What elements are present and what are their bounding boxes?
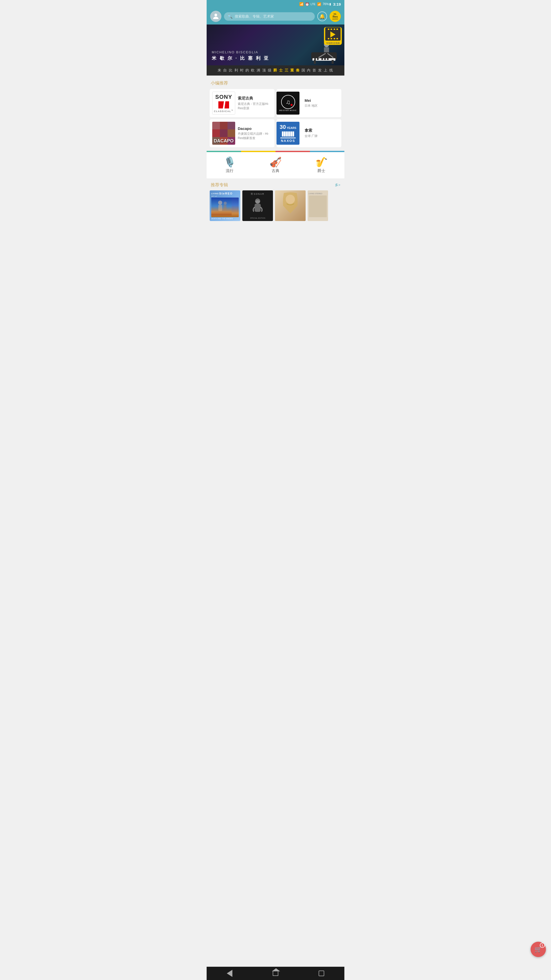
jazz-label: 爵士	[318, 169, 325, 173]
svg-rect-17	[218, 205, 222, 211]
ls-logo-bar: LIVING SteREO	[211, 192, 239, 195]
svg-point-15	[218, 200, 222, 205]
naxos-name: NAXOS	[281, 139, 295, 143]
alarm-icon: ⏰	[305, 2, 309, 6]
meister-card[interactable]: ♫ MEISTER MUSIC Mei 日本 地区	[276, 89, 341, 117]
naxos-card-desc: 全球 厂牌	[305, 134, 339, 138]
ls-stereo-text: SteREO	[219, 192, 233, 195]
svg-point-0	[214, 14, 218, 16]
classical-text: CLASSICAL™	[214, 110, 233, 113]
album-4[interactable]: LIVING STEREO	[308, 190, 328, 221]
video-label: 专辑附送视频	[326, 41, 340, 45]
meister-text: MEISTER MUSIC	[279, 110, 297, 111]
cards-grid: SONY CLASSICAL™ 索尼古典 索尼古典 - 官方正版Hi-Res音源…	[206, 89, 345, 147]
banner-text: MICHELINO BISCEGLIA 米 歇 尔 · 比 塞 利 亚	[212, 50, 269, 61]
meister-logo: ♫ MEISTER MUSIC	[276, 92, 300, 115]
notification-button[interactable]: 🔔	[318, 11, 327, 21]
rec-header: 推荐专辑 多>	[206, 182, 345, 190]
flag-piece-1	[218, 101, 224, 108]
album-living-stereo[interactable]: LIVING SteREO VET a A	[210, 190, 240, 221]
svg-rect-10	[314, 60, 316, 64]
clock-display: 3:19	[333, 2, 341, 6]
naxos-col-5	[289, 131, 291, 137]
album-4-artwork: LIVING STEREO	[308, 190, 328, 221]
search-input[interactable]	[235, 14, 311, 18]
artist-name-cn: 米 歇 尔 · 比 塞 利 亚	[212, 55, 269, 61]
svg-rect-6	[317, 58, 319, 60]
user-avatar[interactable]	[210, 11, 221, 22]
ls-artwork	[211, 197, 239, 217]
rec-more[interactable]: 多>	[335, 183, 340, 187]
naxos-col-1	[282, 131, 283, 137]
battery-indicator: 76% ▮	[323, 2, 331, 6]
color-seg-2	[241, 151, 275, 152]
svg-rect-7	[321, 58, 323, 60]
svg-rect-20	[254, 204, 261, 212]
bell-icon: 🔔	[319, 14, 325, 19]
naxos-card-info: 拿索 全球 厂牌	[302, 126, 341, 141]
hires-badge[interactable]: Hi- Res AUDIO	[330, 11, 341, 22]
ls-living-text: LIVING	[211, 192, 219, 194]
jazz-icon: 🎷	[316, 157, 327, 167]
naxos-col-7	[292, 131, 294, 137]
sony-card[interactable]: SONY CLASSICAL™ 索尼古典 索尼古典 - 官方正版Hi-Res音源	[210, 89, 275, 117]
genre-jazz[interactable]: 🎷 爵士	[316, 157, 327, 173]
video-icon-box[interactable]: 专辑附送视频	[324, 27, 342, 45]
living-stereo-artwork: LIVING SteREO VET a A	[210, 190, 240, 221]
sonar-artwork: 宵SONAR SPECIAL EDITION	[242, 190, 273, 221]
ls-labels: VET a A	[211, 196, 239, 197]
banner-subtitle: 来 自 比 利 时 的 欧 洲 顶 级 爵 士 三 重 奏 国 内 首 发 上 …	[206, 65, 345, 76]
sonar-sublabel: SPECIAL EDITION	[250, 217, 265, 219]
svg-rect-9	[327, 58, 329, 60]
bluetooth-icon: 📶	[299, 2, 303, 6]
meister-card-title: Mei	[305, 98, 339, 103]
naxos-col-2	[284, 131, 285, 137]
subtitle-text-2: 国 内 首 发 上 线	[302, 68, 333, 73]
dacapo-card-title: Dacapo	[238, 126, 272, 130]
editor-pick-section: 小编推荐 SONY CLASSICAL™ 索尼古典 索尼古典 - 官方正版Hi-…	[206, 76, 345, 151]
album-sonar[interactable]: 宵SONAR SPECIAL EDITION	[242, 190, 273, 221]
sony-flag	[218, 101, 229, 108]
svg-point-16	[224, 202, 227, 205]
naxos-logo: 30 YEARS NAXOS	[276, 122, 300, 145]
dacapo-card[interactable]: DACAPO Dacapo 丹麦国立唱片品牌 - Hi-Res独家首发	[210, 119, 275, 147]
album-3[interactable]	[275, 190, 306, 221]
search-icon: 🔍	[227, 14, 233, 19]
pop-icon: 🎙️	[224, 157, 236, 167]
film-strip	[325, 27, 341, 41]
subtitle-text-1: 来 自 比 利 时 的 欧 洲 顶 级	[218, 68, 272, 73]
color-seg-1	[206, 151, 241, 152]
artist-name-en: MICHELINO BISCEGLIA	[212, 50, 269, 54]
genre-items: 🎙️ 流行 🎻 古典 🎷 爵士	[206, 157, 345, 173]
svg-rect-18	[224, 205, 227, 210]
genre-classical[interactable]: 🎻 古典	[270, 157, 282, 173]
naxos-years: YEARS	[287, 126, 297, 129]
svg-rect-11	[332, 60, 333, 64]
red-dot	[291, 104, 292, 106]
status-bar: 📶 ⏰ LTE 📶 76% ▮ 3:19	[206, 0, 345, 8]
ls-label-1: VET	[211, 196, 214, 197]
svg-point-22	[286, 195, 295, 204]
dacapo-card-desc: 丹麦国立唱片品牌 - Hi-Res独家首发	[238, 132, 272, 140]
svg-rect-5	[314, 58, 316, 60]
sony-text: SONY	[215, 94, 232, 100]
color-seg-3	[275, 151, 310, 152]
meister-card-desc: 日本 地区	[305, 103, 339, 108]
naxos-columns	[282, 131, 294, 137]
lte-icon: LTE	[311, 3, 316, 6]
genre-pop[interactable]: 🎙️ 流行	[224, 157, 236, 173]
banner: MICHELINO BISCEGLIA 米 歇 尔 · 比 塞 利 亚	[206, 24, 345, 76]
film-holes-bottom	[326, 38, 340, 40]
play-icon	[330, 32, 335, 38]
search-bar[interactable]: 🔍	[224, 12, 315, 21]
naxos-base	[280, 138, 295, 138]
app-header: 🔍 🔔 Hi- Res AUDIO	[206, 8, 345, 24]
naxos-card-title: 拿索	[305, 128, 339, 133]
sony-logo: SONY CLASSICAL™	[212, 92, 235, 115]
albums-row: LIVING SteREO VET a A	[206, 190, 345, 221]
signal-icon: 📶	[317, 2, 321, 6]
meister-card-info: Mei 日本 地区	[302, 96, 341, 110]
color-bar	[206, 151, 345, 152]
naxos-top: 30 YEARS	[279, 124, 296, 130]
naxos-card[interactable]: 30 YEARS NAXOS 拿索 全球 厂牌	[276, 119, 341, 147]
